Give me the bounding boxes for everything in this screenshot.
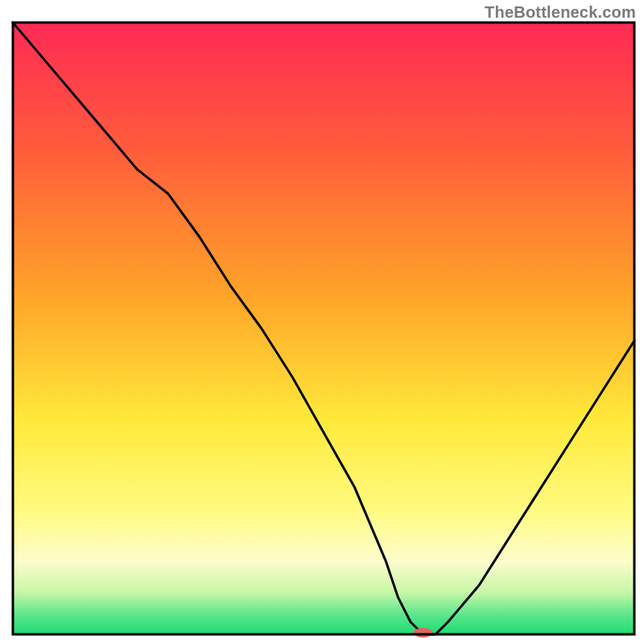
- optimal-marker: [414, 628, 433, 638]
- watermark-text: TheBottleneck.com: [485, 3, 636, 22]
- chart-canvas: [0, 0, 644, 644]
- chart-background: [13, 23, 634, 634]
- bottleneck-chart: TheBottleneck.com: [0, 0, 644, 644]
